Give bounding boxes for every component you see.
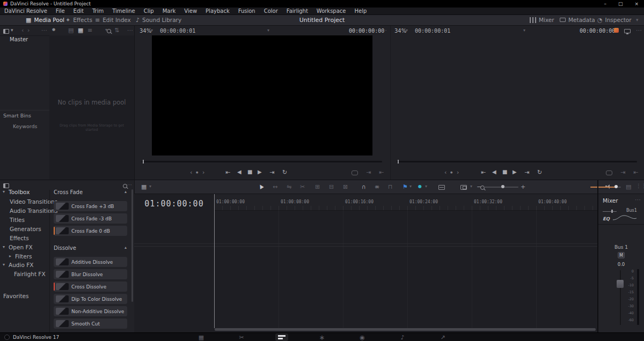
replace-clip-button[interactable] (343, 184, 348, 190)
tree-fairlight-fx[interactable]: Fairlight FX (14, 271, 46, 277)
detail-zoom-icon[interactable] (460, 185, 467, 190)
page-color-button[interactable]: ◉ (356, 333, 369, 341)
timeline-horizontal-scrollbar[interactable] (215, 328, 596, 331)
source-play-reverse-button[interactable] (237, 169, 241, 175)
thumbnail-view-icon[interactable] (78, 27, 83, 33)
tree-toolbox[interactable]: Toolbox (9, 189, 30, 195)
zoom-slider[interactable] (483, 187, 518, 188)
page-fairlight-button[interactable] (396, 333, 409, 341)
full-extent-zoom-icon[interactable] (438, 185, 445, 190)
zoom-in-button[interactable] (521, 184, 525, 190)
transition-item[interactable]: Additive Dissolve (54, 257, 127, 267)
menu-davinci-resolve[interactable]: DaVinci Resolve (0, 8, 52, 14)
smart-bin-keywords[interactable]: Keywords (13, 123, 38, 129)
mixer-options-icon[interactable] (635, 197, 641, 203)
marker-caret-icon[interactable] (425, 184, 427, 189)
menu-fusion[interactable]: Fusion (234, 8, 260, 14)
timeline-next-clip-icon[interactable] (457, 169, 459, 175)
fader-track[interactable] (620, 270, 621, 325)
edit-index-toggle[interactable]: Edit Index (95, 17, 131, 23)
source-goto-last-frame-button[interactable] (269, 169, 274, 175)
linked-selection-button[interactable] (375, 184, 379, 190)
page-media-button[interactable] (195, 333, 208, 341)
source-jog-playhead[interactable] (143, 160, 144, 164)
metadata-toggle[interactable]: Metadata (560, 17, 595, 23)
source-zoom-caret-icon[interactable] (151, 28, 153, 33)
chevron-right-icon[interactable] (9, 254, 11, 258)
close-button[interactable]: × (634, 1, 639, 6)
transition-item[interactable]: Dip To Color Dissolve (54, 294, 127, 304)
menu-view[interactable]: View (180, 8, 201, 14)
page-cut-button[interactable] (235, 333, 248, 341)
timeline-loop-button[interactable] (537, 169, 542, 175)
minimize-button[interactable]: – (604, 1, 606, 6)
timeline-prev-clip-icon[interactable] (444, 169, 447, 175)
cinema-viewer-icon[interactable] (624, 29, 631, 33)
eq-label[interactable]: EQ (603, 216, 610, 221)
dynamic-trim-tool-button[interactable] (287, 184, 291, 190)
source-stop-button[interactable] (247, 169, 252, 175)
eq-curve-icon[interactable] (612, 214, 637, 221)
resolve-color-management-icon[interactable] (614, 28, 619, 33)
timeline-goto-last-frame-button[interactable] (524, 169, 529, 175)
viewer-options-icon[interactable] (636, 27, 642, 33)
timeline-jog-bar[interactable] (397, 161, 637, 162)
tree-titles[interactable]: Titles (10, 217, 25, 223)
inspector-toggle[interactable]: Inspector (597, 17, 632, 23)
tree-audio-transitions[interactable]: Audio Transitions (10, 207, 57, 214)
overwrite-clip-button[interactable] (329, 184, 334, 190)
transition-item[interactable]: Non-Additive Dissolve (54, 306, 127, 316)
bin-master[interactable]: Master (10, 36, 28, 42)
menu-color[interactable]: Color (260, 8, 282, 14)
source-goto-first-frame-button[interactable] (225, 169, 230, 175)
page-edit-button[interactable] (275, 333, 288, 341)
back-icon[interactable] (21, 27, 24, 33)
effects-scrollbar[interactable] (131, 189, 133, 302)
transition-item[interactable]: Smooth Cut (54, 318, 127, 329)
transition-item[interactable]: Cross Dissolve (54, 281, 127, 292)
timeline-playhead-timecode[interactable]: 01:00:00:00 (134, 199, 214, 209)
tree-effects[interactable]: Effects (10, 235, 29, 241)
blade-tool-button[interactable] (300, 184, 305, 190)
timeline-stop-button[interactable] (502, 169, 507, 175)
timeline-goto-out-icon[interactable] (620, 169, 625, 175)
timeline-goto-in-icon[interactable] (633, 169, 638, 175)
collapse-section-icon[interactable] (125, 246, 127, 250)
page-fusion-button[interactable] (316, 333, 328, 341)
source-timecode[interactable]: 00:00:00:00 (349, 28, 384, 34)
timeline-loop-range-icon[interactable] (606, 171, 612, 175)
grab-still-icon[interactable] (52, 28, 55, 32)
maximize-button[interactable]: □ (618, 1, 623, 6)
sound-library-toggle[interactable]: Sound Library (136, 17, 181, 23)
search-caret-icon[interactable] (105, 28, 107, 32)
selection-tool-button[interactable] (259, 184, 263, 189)
fader-gain-value[interactable]: 0.0 (598, 262, 644, 267)
timeline-timecode[interactable]: 00:00:00:00 (580, 28, 615, 34)
media-pool-toggle[interactable]: Media Pool (26, 17, 64, 23)
mute-button[interactable]: M (618, 252, 625, 258)
transition-item[interactable]: Cross Fade -3 dB (54, 213, 127, 224)
flag-button[interactable] (402, 184, 408, 190)
bin-options-icon[interactable] (41, 27, 47, 33)
source-loop-range-icon[interactable] (352, 171, 358, 175)
menu-playback[interactable]: Playback (201, 8, 234, 14)
timeline-play-reverse-button[interactable] (492, 169, 496, 175)
menu-timeline[interactable]: Timeline (108, 8, 140, 14)
track-divider[interactable] (134, 246, 597, 247)
track-divider[interactable] (134, 243, 597, 244)
source-play-button[interactable] (258, 169, 262, 175)
effects-toggle[interactable]: Effects (65, 17, 92, 23)
source-prev-clip-icon[interactable] (190, 169, 192, 175)
source-duration[interactable]: 00:00:00:01 (160, 28, 195, 34)
transition-item[interactable]: Cross Fade +3 dB (54, 201, 127, 211)
zoom-slider-knob[interactable] (501, 185, 504, 188)
tree-favorites[interactable]: Favorites (3, 293, 28, 299)
smart-bins-header[interactable]: Smart Bins (3, 113, 31, 118)
tree-filters[interactable]: Filters (15, 253, 32, 260)
menu-mark[interactable]: Mark (158, 8, 180, 14)
menu-clip[interactable]: Clip (140, 8, 158, 14)
marker-button[interactable] (418, 184, 422, 189)
source-video-canvas[interactable] (152, 35, 372, 155)
volume-slider-knob[interactable] (614, 185, 618, 188)
tree-generators[interactable]: Generators (10, 226, 41, 232)
